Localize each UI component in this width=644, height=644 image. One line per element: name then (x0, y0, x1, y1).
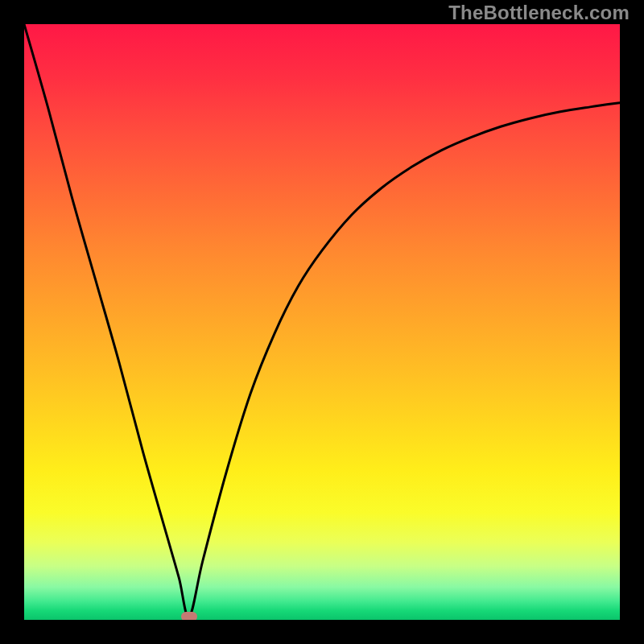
bottleneck-curve (24, 24, 620, 617)
plot-area (24, 24, 620, 620)
curve-svg (24, 24, 620, 620)
chart-container: TheBottleneck.com (0, 0, 644, 644)
watermark-text: TheBottleneck.com (448, 2, 630, 24)
optimum-marker (181, 612, 197, 620)
